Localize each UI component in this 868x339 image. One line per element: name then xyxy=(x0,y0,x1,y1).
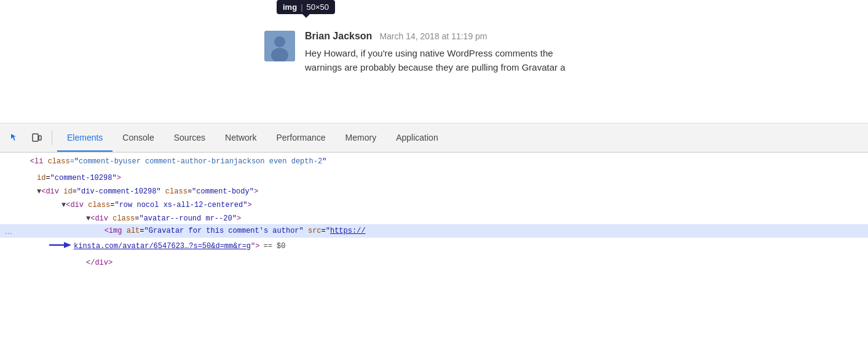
tooltip-separator: | xyxy=(301,2,302,12)
code-line-4: ▼<div class="row nocol xs-all-12-centere… xyxy=(0,197,868,211)
tab-performance[interactable]: Performance xyxy=(266,123,335,152)
code-line-2: id="comment-10298"> xyxy=(0,170,868,184)
avatar xyxy=(264,31,295,61)
tab-sources[interactable]: Sources xyxy=(164,123,215,152)
tab-elements[interactable]: Elements xyxy=(57,123,112,152)
tag-close: "> xyxy=(251,242,259,251)
img-tooltip: img | 50×50 xyxy=(277,0,335,14)
tab-memory[interactable]: Memory xyxy=(336,123,387,152)
toolbar-divider xyxy=(52,130,52,145)
arrow-icon xyxy=(49,240,71,253)
comment-content: Brian Jackson March 14, 2018 at 11:19 pm… xyxy=(305,31,566,74)
code-line-8: </div> xyxy=(0,255,868,268)
code-line-5: ▼<div class="avatar--round mr--20"> xyxy=(0,211,868,224)
svg-marker-6 xyxy=(64,242,71,248)
dots-indicator: ... xyxy=(5,226,12,236)
tab-console[interactable]: Console xyxy=(112,123,164,152)
equals-sign: == $0 xyxy=(263,242,285,251)
tab-application[interactable]: Application xyxy=(386,123,448,152)
comment-meta: Brian Jackson March 14, 2018 at 11:19 pm xyxy=(305,31,566,42)
tab-network[interactable]: Network xyxy=(215,123,266,152)
code-line-3: ▼<div id="div-comment-10298" class="comm… xyxy=(0,184,868,197)
svg-rect-4 xyxy=(39,136,41,140)
comment-author: Brian Jackson xyxy=(305,31,372,42)
tooltip-tag: img xyxy=(283,2,297,12)
devtools-tabs: Elements Console Sources Network Perform… xyxy=(57,123,863,152)
device-toggle-button[interactable] xyxy=(27,128,47,147)
webpage-preview: img | 50×50 Brian Jackson March 14, 2018… xyxy=(0,0,868,123)
selected-code-line[interactable]: ... <img alt="Gravatar for this comment'… xyxy=(0,224,868,238)
comment-section: Brian Jackson March 14, 2018 at 11:19 pm… xyxy=(0,6,602,80)
svg-point-1 xyxy=(274,36,285,47)
comment-text-line1: Hey Howard, if you're using native WordP… xyxy=(305,48,553,58)
comment-date: March 14, 2018 at 11:19 pm xyxy=(379,31,487,41)
link-text[interactable]: kinsta.com/avatar/6547623…?s=50&d=mm&r=g xyxy=(74,242,251,251)
comment-text-line2: warnings are probably because they are p… xyxy=(305,62,566,72)
code-line-1: <li class="comment-byuser comment-author… xyxy=(0,153,868,170)
tooltip-size: 50×50 xyxy=(307,2,329,12)
devtools-panel: <li class="comment-byuser comment-author… xyxy=(0,152,868,339)
comment-text: Hey Howard, if you're using native WordP… xyxy=(305,47,566,74)
cursor-inspector-button[interactable] xyxy=(5,128,25,147)
avatar-wrapper xyxy=(264,31,295,61)
arrow-code-line: kinsta.com/avatar/6547623…?s=50&d=mm&r=g… xyxy=(0,238,868,255)
svg-rect-3 xyxy=(33,134,38,141)
devtools-toolbar: Elements Console Sources Network Perform… xyxy=(0,123,868,152)
